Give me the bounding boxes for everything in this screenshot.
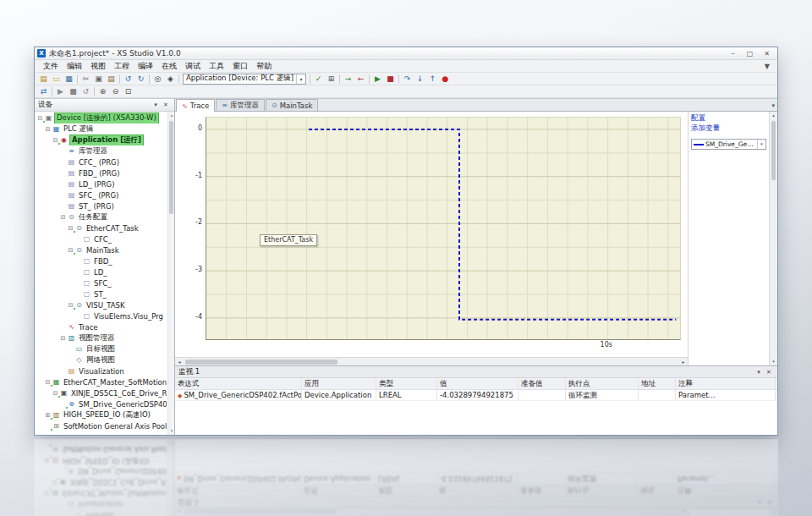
tree-item[interactable]: ▤LD_ (PRG) [35, 178, 167, 189]
save-icon[interactable]: ▦ [63, 74, 75, 85]
maximize-button[interactable]: □ [742, 48, 758, 58]
application-combo[interactable]: Application [Device: PLC 逻辑]▾ [183, 74, 306, 85]
scroll-left-icon[interactable]: ◂ [175, 358, 184, 366]
trace-hscrollbar[interactable]: ◂ ▸ [175, 357, 688, 365]
undo-icon[interactable]: ↺ [122, 74, 134, 85]
menu-item[interactable]: 编译 [134, 61, 157, 72]
reset-trace-icon[interactable]: ↺ [80, 86, 92, 97]
chevron-down-icon[interactable]: ▾ [296, 74, 305, 84]
expander-icon[interactable]: ⊟ [59, 335, 67, 342]
zoom-in-icon[interactable]: ⊕ [96, 86, 109, 97]
tree-item[interactable]: ⊟⊙VISU_TASK [35, 299, 167, 310]
replace-icon[interactable]: ◈ [164, 74, 177, 85]
scroll-up-icon[interactable]: ▴ [168, 112, 175, 119]
close-icon[interactable]: ✕ [764, 369, 774, 376]
menu-item[interactable]: 在线 [157, 61, 181, 72]
close-button[interactable]: ✕ [759, 48, 775, 58]
expander-icon[interactable]: ⊟ [44, 126, 52, 133]
tree-item[interactable]: ▭目标视图 [35, 343, 167, 354]
scrollbar-thumb[interactable] [185, 360, 337, 365]
search-icon[interactable]: ◎ [151, 74, 164, 85]
tree-item[interactable]: ∿Trace [35, 321, 167, 332]
redo-icon[interactable]: ↻ [134, 74, 147, 85]
trace-vscrollbar[interactable]: ▴ ▾ [769, 112, 777, 365]
scrollbar-thumb[interactable] [169, 121, 173, 214]
chevron-down-icon[interactable]: ▾ [757, 140, 765, 149]
tree-item[interactable]: ▤Visualization [35, 365, 167, 376]
close-icon[interactable]: ✕ [161, 102, 171, 108]
tab-overflow-icon[interactable]: ▾ [771, 102, 775, 109]
stop-icon[interactable]: ■ [384, 74, 397, 85]
minimize-button[interactable]: – [725, 48, 741, 58]
cut-icon[interactable]: ✂ [80, 74, 92, 85]
tree-item[interactable]: ⊟▣Device [连接的] (XSA330-W) [35, 113, 167, 124]
tree-item[interactable]: ▤ST_ (PRG) [35, 200, 167, 211]
build-icon[interactable]: ⊞ [325, 74, 337, 85]
fit-view-icon[interactable]: ⊡ [122, 86, 134, 97]
device-communication-icon[interactable]: ⇄ [37, 86, 50, 97]
menu-item[interactable]: 工具 [205, 61, 228, 72]
tree-item[interactable]: ⊞▥HIGH_SPEED_IO (高速IO) [35, 409, 167, 420]
tree-item[interactable]: ▤FBD_ (PRG) [35, 167, 167, 178]
paste-icon[interactable]: ▤ [105, 74, 118, 85]
chevron-down-icon[interactable]: ▾ [151, 102, 161, 108]
tree-item[interactable]: ◇网络视图 [35, 354, 167, 365]
scroll-down-icon[interactable]: ▾ [168, 427, 175, 435]
expander-icon[interactable]: ⊟ [59, 214, 67, 221]
tree-item[interactable]: ⊞SoftMotion General Axis Pool [35, 420, 167, 431]
menu-item[interactable]: 编辑 [63, 61, 86, 72]
title-bar[interactable]: X 未命名1.project* - XS Studio V1.0.0 – □ ✕ [35, 47, 777, 60]
tree-item[interactable]: ⊟⊙MainTask [35, 244, 167, 255]
scroll-down-icon[interactable]: ▾ [770, 358, 777, 365]
device-panel-header[interactable]: 设备 ▾ ✕ [35, 99, 174, 112]
step-into-icon[interactable]: ↓ [414, 74, 426, 85]
tree-item[interactable]: ⊟◉Application [运行] [35, 134, 167, 145]
tree-item[interactable]: ⊟⊙任务配置 [35, 211, 167, 222]
scroll-up-icon[interactable]: ▴ [770, 112, 777, 119]
tree-item[interactable]: ▢VisuElems.Visu_Prg [35, 310, 167, 321]
start-trace-icon[interactable]: ▶ [54, 86, 67, 97]
tree-item[interactable]: ▢CFC_ [35, 233, 167, 244]
run-icon[interactable]: ▶ [371, 74, 384, 85]
menu-item[interactable]: 工程 [110, 61, 134, 72]
device-tree-scrollbar[interactable]: ▴ ▾ [167, 112, 174, 435]
tree-item[interactable]: ⊟▦PLC 逻辑 [35, 124, 167, 134]
watch-panel-header[interactable]: 监视 1 ▾ ✕ [175, 366, 777, 378]
menu-item[interactable]: 调试 [181, 61, 205, 72]
logout-icon[interactable]: ← [354, 74, 367, 85]
configure-link[interactable]: 配置 [691, 113, 766, 122]
trace-legend[interactable]: SM_Drive_GenericDSP402.fActPosition ▾ [691, 139, 766, 150]
scroll-right-icon[interactable]: ▸ [679, 358, 688, 366]
menu-item[interactable]: 视图 [86, 61, 110, 72]
watch-row[interactable]: ◆SM_Drive_GenericDSP402.fActPositionDevi… [175, 390, 777, 401]
filter-icon[interactable]: ▼ [765, 63, 773, 70]
tree-item[interactable]: ≡库管理器 [35, 145, 167, 156]
breakpoint-icon[interactable]: ● [439, 74, 452, 85]
scrollbar-thumb[interactable] [771, 121, 776, 180]
stop-trace-icon[interactable]: ■ [67, 86, 80, 97]
tree-item[interactable]: ▢ST_ [35, 288, 167, 299]
menu-item[interactable]: 帮助 [252, 61, 276, 72]
copy-icon[interactable]: ▣ [92, 74, 105, 85]
tab-maintask[interactable]: ⊙MainTask [266, 99, 318, 111]
login-icon[interactable]: → [342, 74, 354, 85]
tree-item[interactable]: ▢FBD_ [35, 255, 167, 266]
tree-item[interactable]: ▢LD_ [35, 266, 167, 277]
tree-item[interactable]: ▤SFC_ (PRG) [35, 189, 167, 200]
tree-item[interactable]: ▢SFC_ [35, 277, 167, 288]
new-file-icon[interactable]: ▤ [37, 74, 50, 85]
chevron-down-icon[interactable]: ▾ [754, 369, 764, 376]
step-out-icon[interactable]: ↑ [426, 74, 439, 85]
menu-item[interactable]: 文件 [39, 61, 63, 72]
menu-item[interactable]: 窗口 [228, 61, 252, 72]
add-variable-link[interactable]: 添加变量 [691, 124, 766, 132]
tree-item[interactable]: ⊕SM_Drive_GenericDSP402 (SM_Drive_Generi… [35, 398, 167, 409]
tree-item[interactable]: ⊟▦EtherCAT_Master_SoftMotion (EtherCAT M… [35, 376, 167, 387]
step-over-icon[interactable]: ↷ [401, 74, 414, 85]
tab-library-manager[interactable]: ≡库管理器 [216, 99, 265, 111]
zoom-out-icon[interactable]: ⊖ [109, 86, 122, 97]
tree-item[interactable]: ▤CFC_ (PRG) [35, 156, 167, 167]
open-folder-icon[interactable]: ▭ [50, 74, 63, 85]
tree-item[interactable]: ⊟▥视图管理器 [35, 332, 167, 343]
tree-item[interactable]: ⊟⊙EtherCAT_Task [35, 222, 167, 233]
